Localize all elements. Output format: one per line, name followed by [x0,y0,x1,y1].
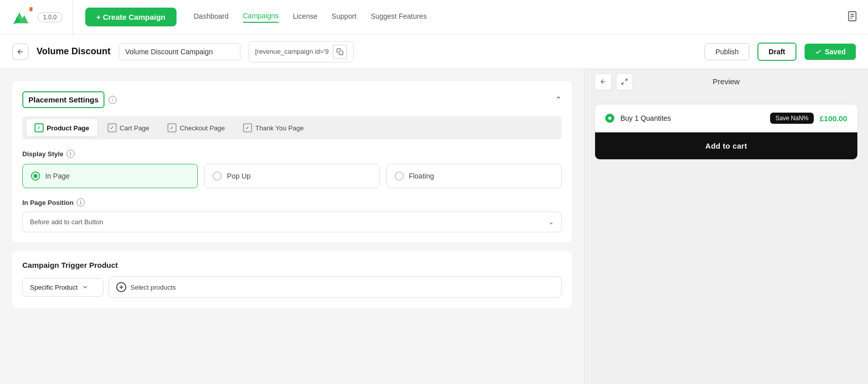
draft-button[interactable]: Draft [757,43,796,61]
collapse-icon[interactable]: ⌃ [555,95,562,104]
product-page-icon: ✓ [34,123,44,132]
placement-settings-info-icon[interactable]: i [109,96,117,104]
floating-radio [395,171,404,181]
thank-you-page-icon: ✓ [243,123,252,132]
nav-license[interactable]: License [293,12,317,22]
position-select[interactable]: Before add to cart Button ⌄ [22,212,562,232]
tab-thank-you-page[interactable]: ✓ Thank You Page [235,119,311,136]
publish-button[interactable]: Publish [705,43,749,60]
trigger-row: Specific Product + Select products [22,276,562,298]
add-to-cart-button[interactable]: Add to cart [595,132,857,159]
preview-radio-icon [605,114,614,123]
shortcode-area: [revenue_campaign id='9 [249,41,354,62]
specific-product-select[interactable]: Specific Product [22,278,103,297]
preview-content: Buy 1 Quantites Save NaN% £100.00 Add to… [584,94,868,384]
nav-dashboard[interactable]: Dashboard [194,12,229,22]
style-in-page[interactable]: In Page [22,164,198,188]
checkout-page-icon: ✓ [167,123,177,132]
display-style-label: Display Style i [22,150,562,158]
section-title-area: Placement Settings i [22,91,117,108]
style-pop-up[interactable]: Pop Up [204,164,379,188]
campaign-trigger-title: Campaign Trigger Product [22,261,562,269]
nav-links: Dashboard Campaigns License Support Sugg… [194,12,427,23]
in-page-position-info-icon[interactable]: i [77,198,85,206]
saved-button[interactable]: Saved [805,44,856,60]
preview-header: Preview [584,69,868,94]
preview-widget-card: Buy 1 Quantites Save NaN% £100.00 Add to… [595,104,858,160]
preview-expand-button[interactable] [616,73,633,90]
preview-quantity-text: Buy 1 Quantites [620,114,764,122]
left-panel: Placement Settings i ⌃ ✓ Product Page ✓ … [0,69,584,384]
placement-settings-title: Placement Settings [22,91,105,108]
preview-title: Preview [713,77,740,86]
shortcode-text: [revenue_campaign id='9 [255,48,329,55]
campaign-type-label: Volume Discount [37,46,111,57]
copy-shortcode-button[interactable] [333,45,347,59]
sub-header: Volume Discount [revenue_campaign id='9 … [0,34,868,69]
svg-line-8 [622,82,624,84]
create-campaign-button[interactable]: + Create Campaign [85,8,177,26]
tab-checkout-page[interactable]: ✓ Checkout Page [159,119,233,136]
tab-product-page[interactable]: ✓ Product Page [26,119,97,136]
tab-cart-page[interactable]: ✓ Cart Page [99,119,158,136]
nav-suggest[interactable]: Suggest Features [371,12,427,22]
campaign-name-input[interactable] [119,43,240,60]
nav-campaigns[interactable]: Campaigns [243,12,279,23]
campaign-trigger-card: Campaign Trigger Product Specific Produc… [12,251,572,308]
preview-price: £100.00 [820,114,847,123]
back-button[interactable] [12,44,28,60]
main-layout: Placement Settings i ⌃ ✓ Product Page ✓ … [0,69,868,384]
logo-area: BETA 1.0.0 [10,0,73,34]
style-floating[interactable]: Floating [386,164,562,188]
page-tabs: ✓ Product Page ✓ Cart Page ✓ Checkout Pa… [22,116,562,139]
position-label: In Page Position i [22,198,562,206]
in-page-radio [31,171,40,181]
svg-line-7 [625,79,627,81]
select-products-button[interactable]: + Select products [109,276,562,298]
preview-nav-buttons [595,73,633,90]
placement-settings-card: Placement Settings i ⌃ ✓ Product Page ✓ … [12,81,572,242]
preview-save-badge: Save NaN% [770,113,813,124]
svg-rect-6 [339,51,343,55]
style-options: In Page Pop Up Floating [22,164,562,188]
right-panel: Preview Buy 1 Quantites Save NaN% £100.0… [584,69,868,384]
display-style-info-icon[interactable]: i [66,150,75,158]
preview-quantity-row: Buy 1 Quantites Save NaN% £100.00 [595,104,857,132]
version-badge: 1.0.0 [38,12,62,22]
nav-support[interactable]: Support [332,12,357,22]
top-nav: BETA 1.0.0 + Create Campaign Dashboard C… [0,0,868,34]
logo-icon: BETA [10,6,32,28]
section-header: Placement Settings i ⌃ [22,91,562,108]
pop-up-radio [213,171,222,181]
svg-text:BETA: BETA [29,9,32,12]
plus-icon: + [116,282,126,292]
cart-page-icon: ✓ [108,123,117,132]
document-icon[interactable] [847,11,858,23]
preview-back-button[interactable] [595,73,612,90]
chevron-down-icon [82,284,89,291]
chevron-down-icon: ⌄ [548,218,554,226]
